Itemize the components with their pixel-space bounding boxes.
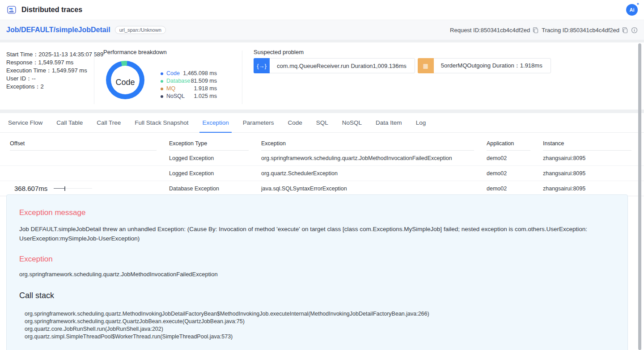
legend-value: 81.509 ms [191, 77, 217, 85]
legend-dot [161, 88, 163, 90]
info-icon[interactable] [631, 27, 638, 34]
tab-parameters[interactable]: Parameters [243, 113, 274, 133]
cell-exception: org.springframework.scheduling.quartz.Jo… [261, 155, 487, 161]
exception-message-heading: Exception message [19, 208, 610, 217]
field-response: Response：1,549.597 ms [6, 59, 94, 67]
request-id-text: Request ID:850341cb4c4df2ed [450, 27, 530, 34]
tab-service-flow[interactable]: Service Flow [8, 113, 42, 133]
legend-dot [161, 80, 163, 83]
legend-item-mq[interactable]: MQ1.918 ms [161, 85, 217, 93]
cell-offset: 368.607ms [10, 185, 169, 192]
table-row[interactable]: 368.607ms Database Exception java.sql.SQ… [0, 181, 644, 196]
legend-value: 1,465.098 ms [183, 70, 217, 77]
field-user-id: User ID：-- [6, 75, 94, 83]
cell-application: demo02 [487, 170, 543, 177]
cell-exception-type: Logged Exception [169, 170, 261, 177]
summary-fields: Start Time：2025-11-13 14:35:07 589 Respo… [6, 49, 94, 110]
legend-dot [161, 72, 163, 75]
copy-icon[interactable] [622, 27, 628, 34]
field-label: Response： [6, 59, 38, 66]
exception-heading: Exception [19, 255, 610, 264]
donut-center-label: Code [106, 61, 144, 104]
call-stack-heading: Call stack [19, 291, 610, 300]
transaction-name-link[interactable]: Job/DEFAULT/simpleJobDetail [6, 26, 110, 34]
cell-exception: java.sql.SQLSyntaxErrorException [261, 186, 487, 192]
legend-name: Code [166, 70, 183, 77]
trace-header-bar: Job/DEFAULT/simpleJobDetail url_span:/Un… [0, 20, 644, 40]
legend-value: 1.025 ms [194, 93, 217, 100]
column-header-offset: Offset [10, 136, 169, 151]
field-exceptions: Exceptions：2 [6, 83, 94, 91]
legend-name: Database [166, 77, 191, 85]
cell-exception-type: Database Exception [169, 186, 261, 192]
legend-value: 1.918 ms [194, 85, 217, 93]
tab-log[interactable]: Log [416, 113, 426, 133]
cell-instance: zhangsairui:8095 [543, 170, 644, 177]
offset-timeline-icon [54, 186, 92, 191]
column-header-instance: Instance [543, 136, 644, 151]
cell-instance: zhangsairui:8095 [543, 155, 644, 161]
cell-application: demo02 [487, 155, 543, 161]
table-header-row: Offset Exception Type Exception Applicat… [0, 133, 644, 151]
suspected-problem-text: 5orderMQOutgoing Duration：1.918ms [434, 62, 551, 70]
call-stack: org.springframework.scheduling.quartz.Me… [25, 310, 610, 341]
cell-exception: org.quartz.SchedulerException [261, 170, 487, 177]
suspected-problem-chip[interactable]: ▦ 5orderMQOutgoing Duration：1.918ms [418, 58, 551, 73]
tracing-id-text: Tracing ID:850341cb4c4df2ed [542, 27, 619, 34]
field-label: User ID： [6, 75, 32, 82]
cell-application: demo02 [487, 186, 543, 192]
tab-exception[interactable]: Exception [202, 113, 229, 133]
legend-item-code[interactable]: Code1,465.098 ms [161, 70, 217, 77]
trace-ids: Request ID:850341cb4c4df2ed Tracing ID:8… [450, 27, 638, 34]
url-span-tag: url_span:/Unknown [115, 26, 166, 34]
copy-icon[interactable] [532, 27, 539, 34]
legend-name: NoSQL [166, 93, 194, 100]
tab-code[interactable]: Code [288, 113, 302, 133]
tab-data-item[interactable]: Data Item [376, 113, 402, 133]
column-header-exception-type: Exception Type [169, 136, 261, 151]
ai-assistant-button[interactable]: Ai ✦ [626, 4, 638, 16]
stack-frame: org.springframework.scheduling.quartz.Me… [25, 310, 610, 318]
exception-class-text: org.springframework.scheduling.quartz.Jo… [19, 271, 610, 278]
suspected-problem-chip[interactable]: {→} com.mq.QueueReceiver.run Duration1,0… [254, 58, 415, 73]
offset-value: 368.607ms [10, 185, 47, 192]
legend-name: MQ [166, 85, 194, 93]
stack-frame: org.quartz.core.JobRunShell.run(JobRunSh… [25, 325, 610, 333]
tab-nosql[interactable]: NoSQL [342, 113, 362, 133]
field-label: Execution Time： [6, 67, 52, 74]
exception-message-text: Job DEFAULT.simpleJobDetail threw an unh… [19, 224, 592, 243]
suspected-problem-title: Suspected problem [254, 49, 644, 55]
tab-full-stack-snapshot[interactable]: Full Stack Snapshot [135, 113, 188, 133]
vertical-scrollbar[interactable] [638, 43, 641, 350]
tab-call-tree[interactable]: Call Tree [97, 113, 121, 133]
table-row[interactable]: Logged Exception org.springframework.sch… [0, 151, 644, 166]
performance-donut-chart[interactable]: Code [106, 61, 149, 104]
legend-item-database[interactable]: Database81.509 ms [161, 77, 217, 85]
tab-call-table[interactable]: Call Table [56, 113, 83, 133]
code-span-icon: {→} [254, 58, 270, 73]
field-start-time: Start Time：2025-11-13 14:35:07 589 [6, 51, 94, 59]
cell-exception-type: Logged Exception [169, 155, 261, 161]
stack-frame: org.quartz.simpl.SimpleThreadPool$Worker… [25, 333, 610, 341]
page-title: Distributed traces [21, 6, 82, 14]
performance-legend: Code1,465.098 ms Database81.509 ms MQ1.9… [161, 70, 217, 104]
field-value: 1,549.597 ms [38, 59, 74, 66]
suspected-problem-text: com.mq.QueueReceiver.run Duration1,009.1… [270, 63, 415, 69]
sparkle-icon: ✦ [636, 2, 640, 6]
field-value: -- [32, 75, 36, 82]
legend-item-nosql[interactable]: NoSQL1.025 ms [161, 93, 217, 100]
performance-title: Performance breakdown [103, 49, 242, 55]
tab-sql[interactable]: SQL [316, 113, 328, 133]
detail-tabs: Service Flow Call Table Call Tree Full S… [0, 113, 644, 133]
table-row[interactable]: Logged Exception org.quartz.SchedulerExc… [0, 166, 644, 181]
distributed-traces-icon [6, 4, 17, 15]
cell-instance: zhangsairui:8095 [543, 186, 644, 192]
performance-breakdown-panel: Performance breakdown Code Code1,465.098… [94, 49, 242, 110]
stack-frame: org.springframework.scheduling.quartz.Qu… [25, 318, 610, 325]
field-label: Start Time： [6, 51, 38, 58]
app-header: Distributed traces Ai ✦ [0, 0, 644, 20]
ai-label: Ai [630, 7, 635, 13]
field-label: Exceptions： [6, 83, 41, 90]
trace-summary: Start Time：2025-11-13 14:35:07 589 Respo… [0, 42, 644, 110]
mq-icon: ▦ [418, 58, 434, 73]
